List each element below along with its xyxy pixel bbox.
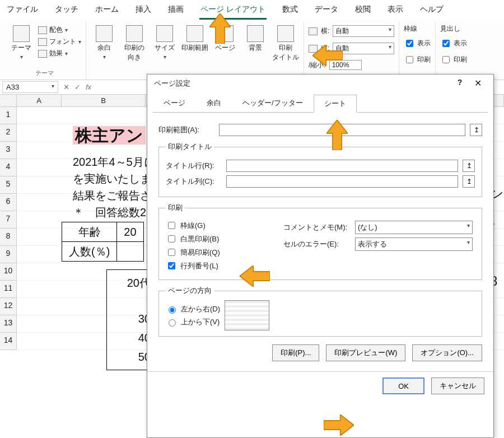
top-to-bottom-radio[interactable]: 上から下(V) (166, 317, 220, 327)
print-button[interactable]: 印刷(P)... (272, 344, 319, 361)
row-header[interactable]: 10 (0, 263, 17, 281)
print-titles-icon (277, 25, 294, 42)
row-header[interactable]: 8 (0, 229, 17, 246)
tab-page[interactable]: ページ (153, 94, 196, 112)
page-order-preview-icon (225, 300, 269, 330)
colors-icon (38, 26, 47, 34)
name-box[interactable]: A33 ▾ (2, 81, 58, 93)
size-button[interactable]: サイズ▾ (151, 24, 178, 60)
orientation-icon (126, 25, 143, 42)
effects-button[interactable]: 効果▾ (38, 48, 81, 59)
effects-icon (38, 50, 47, 58)
gridlines-header: 枠線 (404, 24, 417, 34)
title-col-label: タイトル列(C): (166, 176, 222, 187)
print-area-button[interactable]: 印刷範囲 (181, 24, 208, 53)
group-page-setup: 余白▾ 印刷の 向き サイズ▾ 印刷範囲 ページ 背景 印刷 タイトル (86, 22, 304, 80)
row-header[interactable]: 6 (0, 194, 17, 211)
annotation-arrow-icon (240, 265, 270, 287)
tab-file[interactable]: ファイル (6, 2, 39, 20)
gridlines-print-check[interactable]: 印刷 (404, 53, 431, 66)
row-header[interactable]: 3 (0, 142, 17, 159)
title-row-input[interactable] (226, 160, 458, 172)
cancel-icon[interactable]: ✕ (60, 83, 72, 91)
draft-check[interactable]: 簡易印刷(Q) (166, 247, 267, 258)
print-titles-legend: 印刷タイトル (166, 142, 214, 152)
tab-sheet[interactable]: シート (314, 95, 357, 113)
annotation-arrow-icon (322, 124, 352, 146)
annotation-arrow-icon (324, 414, 354, 436)
row-header[interactable]: 14 (0, 333, 17, 350)
comments-label: コメントとメモ(M): (283, 222, 351, 232)
col-header[interactable]: A (17, 95, 62, 106)
print-area-icon (186, 25, 203, 42)
group-gridlines: 枠線 表示 印刷 (399, 22, 436, 80)
range-picker-button[interactable]: ↥ (463, 160, 475, 172)
close-button[interactable]: ✕ (466, 78, 489, 88)
row-header[interactable]: 1 (0, 107, 17, 124)
row-header[interactable]: 7 (0, 211, 17, 229)
width-select[interactable]: 自動 ▾ (333, 25, 394, 37)
chevron-down-icon: ▾ (20, 54, 23, 60)
range-picker-button[interactable]: ↥ (463, 175, 475, 188)
row-header[interactable]: 12 (0, 298, 17, 315)
annotation-arrow-icon (312, 45, 343, 66)
row-header[interactable]: 9 (0, 246, 17, 263)
title-col-input[interactable] (226, 175, 458, 188)
colors-button[interactable]: 配色▾ (38, 24, 81, 36)
col-header[interactable]: B (62, 95, 146, 106)
orientation-button[interactable]: 印刷の 向き (121, 24, 148, 62)
left-to-right-radio[interactable]: 左から右(D) (166, 304, 220, 314)
page-order-fieldset: ページの方向 左から右(D) 上から下(V) (158, 286, 482, 337)
ribbon-tab-strip: ファイル タッチ ホーム 挿入 描画 ページ レイアウト 数式 データ 校閲 表… (0, 0, 504, 20)
sheet-title: 株主アン (73, 126, 146, 145)
group-label-themes: テーマ (8, 68, 81, 80)
background-icon (247, 25, 264, 42)
background-button[interactable]: 背景 (242, 24, 269, 53)
gridlines-view-check[interactable]: 表示 (404, 37, 431, 50)
print-legend: 印刷 (166, 203, 185, 213)
fx-icon[interactable]: fx (83, 83, 94, 91)
ribbon: テーマ ▾ 配色▾ フォント▾ 効果▾ テーマ 余白▾ 印刷の 向き サイズ▾ … (0, 20, 504, 80)
range-picker-button[interactable]: ↥ (470, 124, 482, 136)
tab-draw[interactable]: 描画 (167, 2, 185, 20)
row-header[interactable]: 11 (0, 281, 17, 298)
bw-check[interactable]: 白黒印刷(B) (166, 234, 267, 244)
tab-review[interactable]: 校閲 (354, 2, 372, 20)
tab-touch[interactable]: タッチ (54, 2, 80, 20)
cancel-button[interactable]: キャンセル (431, 378, 484, 394)
print-preview-button[interactable]: 印刷プレビュー(W) (326, 344, 405, 361)
row-header[interactable]: 2 (0, 124, 17, 142)
headings-print-check[interactable]: 印刷 (440, 53, 467, 66)
errors-select[interactable]: 表示する▾ (355, 237, 473, 251)
tab-data[interactable]: データ (314, 2, 339, 20)
enter-icon[interactable]: ✓ (72, 83, 83, 91)
themes-button[interactable]: テーマ ▾ (8, 24, 35, 60)
print-area-label: 印刷範囲(A): (158, 125, 214, 135)
tab-header-footer[interactable]: ヘッダー/フッター (232, 94, 314, 112)
print-titles-button[interactable]: 印刷 タイトル (272, 24, 299, 62)
group-headings: 見出し 表示 印刷 (436, 22, 472, 80)
headings-view-check[interactable]: 表示 (440, 37, 467, 50)
row-header[interactable]: 5 (0, 176, 17, 194)
tab-margins[interactable]: 余白 (196, 94, 232, 112)
help-button[interactable]: ? (453, 78, 466, 88)
tab-home[interactable]: ホーム (94, 2, 120, 20)
margins-button[interactable]: 余白▾ (91, 24, 118, 60)
gridlines-check[interactable]: 枠線(G) (166, 220, 267, 231)
fonts-button[interactable]: フォント▾ (38, 36, 81, 48)
ok-button[interactable]: OK (382, 378, 424, 394)
tab-formulas[interactable]: 数式 (281, 2, 299, 20)
sheet-table: 年齢20 人数(％) (62, 222, 144, 262)
comments-select[interactable]: (なし)▾ (355, 221, 473, 234)
options-button[interactable]: オプション(O)... (412, 344, 482, 361)
fonts-icon (38, 38, 47, 46)
row-header[interactable]: 13 (0, 315, 17, 333)
arrows-h-icon (309, 27, 318, 35)
title-row-label: タイトル行(R): (166, 161, 222, 171)
tab-view[interactable]: 表示 (386, 2, 404, 20)
tab-help[interactable]: ヘルプ (419, 2, 445, 20)
row-header[interactable]: 4 (0, 159, 17, 176)
tab-insert[interactable]: 挿入 (134, 2, 152, 20)
select-all-corner[interactable] (0, 95, 17, 106)
dialog-title: ページ設定 (154, 78, 190, 88)
